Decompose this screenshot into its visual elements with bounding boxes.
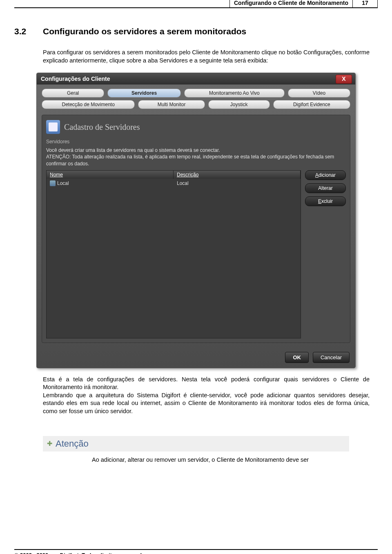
- monitor-icon: [46, 120, 60, 134]
- panel-title: Cadastro de Servidores: [64, 122, 140, 132]
- tab-servidores[interactable]: Servidores: [107, 89, 181, 98]
- plus-icon: ✚: [47, 441, 52, 447]
- tab-geral[interactable]: Geral: [42, 89, 104, 98]
- section-title: Configurando os servidores a serem monit…: [43, 27, 246, 36]
- tab-row-2: Detecção de Movimento Multi Monitor Joys…: [42, 100, 350, 109]
- instructions-line-2: ATENÇÃO: Toda alteração realizada na lis…: [46, 154, 334, 166]
- tab-joystick[interactable]: Joystick: [208, 100, 270, 109]
- delete-button[interactable]: Excluir: [305, 196, 346, 206]
- server-icon: [50, 180, 56, 186]
- attention-label: Atenção: [56, 438, 89, 449]
- group-label-servidores: Servidores: [46, 139, 346, 145]
- window-title-bar: Configurações do Cliente X: [37, 73, 355, 85]
- tab-deteccao-movimento[interactable]: Detecção de Movimento: [42, 100, 135, 109]
- footer-rule: [14, 549, 378, 550]
- close-icon[interactable]: X: [336, 75, 352, 84]
- cancel-button[interactable]: Cancelar: [313, 352, 350, 363]
- header-title: Configurando o Cliente de Monitoramento: [229, 0, 353, 8]
- add-button[interactable]: Adicionar: [305, 170, 346, 180]
- column-nome[interactable]: Nome: [47, 171, 174, 179]
- column-descricao[interactable]: Descrição: [174, 171, 301, 179]
- intro-paragraph: Para configurar os servidores a serem mo…: [43, 49, 370, 65]
- table-header[interactable]: Nome Descrição: [47, 171, 301, 179]
- section-number: 3.2: [14, 27, 43, 36]
- edit-button[interactable]: Alterar: [305, 183, 346, 193]
- config-window: Configurações do Cliente X Geral Servido…: [36, 73, 356, 368]
- footer-copyright: © 2002 - 2009 por Digifort, Todos direit…: [14, 552, 147, 554]
- tab-video[interactable]: Vídeo: [288, 89, 350, 98]
- table-row[interactable]: Local Local: [47, 179, 301, 188]
- header-rule: Configurando o Cliente de Monitoramento …: [14, 7, 378, 8]
- tab-digifort-evidence[interactable]: Digifort Evidence: [273, 100, 350, 109]
- page-number: 17: [353, 0, 378, 8]
- tab-multi-monitor[interactable]: Multi Monitor: [138, 100, 205, 109]
- cell-nome: Local: [57, 180, 69, 186]
- ok-button[interactable]: OK: [285, 352, 309, 363]
- window-title: Configurações do Cliente: [41, 76, 110, 82]
- after-paragraph-1: Esta é a tela de configurações de servid…: [43, 376, 370, 416]
- tab-monitoramento-ao-vivo[interactable]: Monitoramento Ao Vivo: [184, 89, 285, 98]
- attention-header: ✚ Atenção: [43, 436, 349, 452]
- panel-instructions: Você deverá criar uma lista de servidore…: [46, 147, 346, 167]
- instructions-line-1: Você deverá criar uma lista de servidore…: [46, 147, 220, 153]
- tab-row-1: Geral Servidores Monitoramento Ao Vivo V…: [42, 89, 350, 98]
- attention-body: Ao adicionar, alterar ou remover um serv…: [92, 456, 349, 463]
- cell-descricao: Local: [174, 179, 301, 188]
- servers-table[interactable]: Nome Descrição Local Local: [46, 170, 301, 338]
